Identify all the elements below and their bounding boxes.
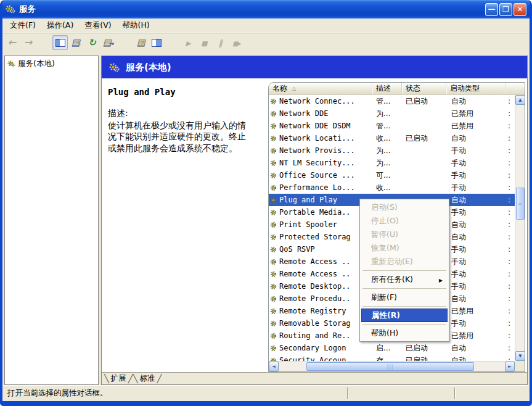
scroll-left-icon[interactable]: ◄ xyxy=(269,362,279,371)
tab-slash-right: ╱ xyxy=(128,374,133,383)
toolbar-icon xyxy=(137,38,144,48)
service-gear-icon xyxy=(270,333,277,339)
service-row[interactable]: Office Source ... 可... 手动 : xyxy=(269,169,515,181)
menu-item-refresh[interactable]: 刷新(F) xyxy=(361,291,448,304)
menu-help[interactable]: 帮助(H) xyxy=(117,19,155,32)
column-overflow[interactable] xyxy=(505,83,525,94)
column-status[interactable]: 状态 xyxy=(402,83,446,94)
description-panel: Plug and Play 描述: 使计算机在极少或没有用户输入的情 况下能识别… xyxy=(108,87,268,154)
close-button[interactable]: ✕ xyxy=(514,3,526,16)
scroll-up-icon[interactable]: ▲ xyxy=(515,95,525,105)
horizontal-scrollbar[interactable]: ◄ ||| ► xyxy=(269,361,515,371)
window-title: 服务 xyxy=(19,4,480,15)
restart-service-button[interactable] xyxy=(229,35,244,50)
horizontal-scroll-thumb[interactable]: ||| xyxy=(306,362,474,371)
maximize-button[interactable]: ❐ xyxy=(499,3,512,16)
scroll-down-icon[interactable]: ▼ xyxy=(515,351,525,361)
menu-separator[interactable] xyxy=(362,270,446,271)
service-row[interactable]: Network Locati... 收... 已启动 自动 : xyxy=(269,132,515,144)
tab-slash-right: ╱ xyxy=(157,374,162,383)
pause-service-button[interactable] xyxy=(213,35,228,50)
service-row[interactable]: Network DDE DSDM 管... 已禁用 : xyxy=(269,120,515,132)
menu-separator[interactable] xyxy=(362,306,446,307)
service-gear-icon xyxy=(270,184,277,191)
menu-item-stop[interactable]: 停止(O) xyxy=(361,214,448,228)
menu-separator[interactable] xyxy=(362,288,446,289)
toolbar-icon xyxy=(186,38,190,47)
list-header: 名称△ 描述 状态 启动类型 xyxy=(269,83,525,95)
toolbar-icon xyxy=(55,39,65,47)
description-text: 况下能识别并适应硬件的更改。终止 xyxy=(108,131,268,142)
services-gears-icon xyxy=(7,60,15,68)
vertical-scrollbar[interactable]: ▲ ≡ ▼ xyxy=(515,95,525,361)
stop-service-button[interactable] xyxy=(197,35,212,50)
toolbar-icon xyxy=(72,38,81,48)
service-gear-icon xyxy=(270,246,277,253)
toolbar-icon xyxy=(232,38,240,47)
menu-action[interactable]: 操作(A) xyxy=(41,19,79,32)
service-gear-icon xyxy=(270,197,277,204)
service-gear-icon xyxy=(270,271,277,278)
sort-ascending-icon: △ xyxy=(292,86,296,91)
toolbar-icon xyxy=(218,38,223,47)
toolbar xyxy=(2,33,530,52)
menu-item-start[interactable]: 启动(S) xyxy=(361,201,448,214)
toolbar-icon xyxy=(201,38,207,47)
service-gear-icon xyxy=(270,110,277,117)
column-name[interactable]: 名称△ xyxy=(269,83,372,94)
menu-view[interactable]: 查看(V) xyxy=(79,19,117,32)
status-panel-divider xyxy=(454,387,456,399)
status-panel-divider xyxy=(347,387,348,399)
minimize-button[interactable]: — xyxy=(485,3,498,16)
toolbar-separator[interactable] xyxy=(165,35,180,50)
menu-file[interactable]: 文件(F) xyxy=(4,19,41,32)
toolbar-icon xyxy=(8,38,16,48)
show-console-tree-button[interactable] xyxy=(52,35,68,50)
tab-standard[interactable]: ╲ 标准 ╱ xyxy=(133,373,162,384)
start-service-button[interactable] xyxy=(181,35,196,50)
service-row[interactable]: NT LM Security... 为... 手动 : xyxy=(269,157,515,169)
service-gear-icon xyxy=(270,320,277,327)
services-window: 服务 —❐✕ 文件(F)操作(A)查看(V)帮助(H) 服务(本地) xyxy=(0,0,532,406)
toolbar-separator[interactable] xyxy=(36,35,52,50)
column-startup-type[interactable]: 启动类型 xyxy=(446,83,505,94)
toolbar-icon xyxy=(103,38,114,48)
menu-item-all-tasks[interactable]: 所有任务(K) xyxy=(361,273,448,286)
service-row[interactable]: Network Provis... 为... 手动 : xyxy=(269,144,515,157)
scrollbar-corner xyxy=(515,361,525,371)
vertical-scroll-thumb[interactable]: ≡ xyxy=(516,188,525,220)
service-row[interactable]: Security Accoun 存... 已启动 自动 : xyxy=(269,354,515,361)
help-button[interactable] xyxy=(133,35,148,50)
scroll-right-icon[interactable]: ► xyxy=(505,362,515,371)
menu-item-restart[interactable]: 重新启动(E) xyxy=(361,255,448,268)
service-row[interactable]: Performance Lo... 收... 手动 : xyxy=(269,181,515,194)
service-gear-icon xyxy=(270,222,277,228)
tab-extended[interactable]: ╲ 扩展 ╱ xyxy=(104,373,133,384)
menu-item-pause[interactable]: 暂停(U) xyxy=(361,228,448,241)
service-gear-icon xyxy=(270,135,277,142)
service-row[interactable]: Secondary Logon 启... 已启动 自动 : xyxy=(269,342,515,354)
menu-item-properties[interactable]: 属性(R) xyxy=(361,309,448,322)
export-list-button[interactable] xyxy=(100,35,116,50)
tab-slash-left: ╲ xyxy=(104,374,109,383)
properties-button[interactable] xyxy=(68,35,84,50)
tab-slash-left: ╲ xyxy=(133,374,138,383)
forward-button[interactable] xyxy=(20,35,36,50)
menu-item-resume[interactable]: 恢复(M) xyxy=(361,241,448,255)
toolbar-separator[interactable] xyxy=(117,35,132,50)
menu-item-help[interactable]: 帮助(H) xyxy=(361,326,448,340)
service-row[interactable]: Network DDE 为... 已禁用 : xyxy=(269,107,515,120)
tree-item-services-local[interactable]: 服务(本地) xyxy=(6,58,97,70)
service-row[interactable]: Network Connec... 管... 已启动 自动 : xyxy=(269,95,515,107)
submenu-arrow-icon xyxy=(439,275,443,284)
back-button[interactable] xyxy=(4,35,20,50)
refresh-button[interactable] xyxy=(84,35,100,50)
toolbar-icon xyxy=(88,38,96,48)
horizontal-scroll-track[interactable]: ||| xyxy=(279,362,505,371)
services-gears-icon xyxy=(6,4,15,14)
show-extended-view-button[interactable] xyxy=(149,35,164,50)
menu-separator[interactable] xyxy=(362,324,446,325)
service-gear-icon xyxy=(270,98,277,105)
column-description[interactable]: 描述 xyxy=(372,83,402,94)
title-bar[interactable]: 服务 —❐✕ xyxy=(2,0,530,19)
